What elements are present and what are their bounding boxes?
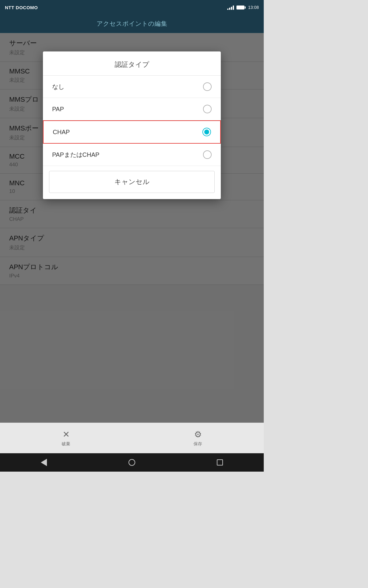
option-pap-label: PAP <box>52 106 64 113</box>
signal-icon <box>227 5 234 10</box>
content-wrapper: サーバー 未設定 MMSC 未設定 MMSプロ 未設定 MMSポー 未設定 MC… <box>0 33 264 423</box>
option-pap-or-chap-label: PAPまたはCHAP <box>52 151 99 159</box>
discard-action[interactable]: ✕ 破棄 <box>62 429 70 447</box>
dialog-overlay: 認証タイプ なし PAP CHAP PAPまたはCHAP <box>0 33 264 423</box>
time-display: 13:08 <box>248 5 259 10</box>
option-chap-label: CHAP <box>53 129 70 136</box>
home-icon <box>128 459 135 466</box>
nav-bar <box>0 453 264 472</box>
radio-pap[interactable] <box>203 105 212 113</box>
radio-chap-fill <box>204 130 209 134</box>
radio-none[interactable] <box>203 82 212 91</box>
bottom-bar: ✕ 破棄 ⚙ 保存 <box>0 423 264 453</box>
auth-type-dialog: 認証タイプ なし PAP CHAP PAPまたはCHAP <box>43 51 221 199</box>
back-icon <box>41 459 47 466</box>
status-right: 13:08 <box>227 5 259 10</box>
app-title: アクセスポイントの編集 <box>97 20 167 28</box>
battery-icon <box>236 6 246 9</box>
radio-chap[interactable] <box>202 128 211 136</box>
back-button[interactable] <box>35 456 53 469</box>
option-chap[interactable]: CHAP <box>43 120 221 144</box>
carrier-name: NTT DOCOMO <box>5 5 38 10</box>
option-pap[interactable]: PAP <box>43 98 221 120</box>
radio-pap-or-chap[interactable] <box>203 150 212 159</box>
recents-button[interactable] <box>211 456 229 469</box>
app-bar: アクセスポイントの編集 <box>0 15 264 33</box>
option-pap-or-chap[interactable]: PAPまたはCHAP <box>43 144 221 166</box>
option-none[interactable]: なし <box>43 76 221 98</box>
save-icon: ⚙ <box>194 429 202 439</box>
discard-icon: ✕ <box>63 429 70 439</box>
home-button[interactable] <box>123 456 141 469</box>
discard-label: 破棄 <box>62 441 70 447</box>
dialog-title: 認証タイプ <box>43 51 221 76</box>
recents-icon <box>217 459 223 466</box>
status-bar: NTT DOCOMO 13:08 <box>0 0 264 15</box>
option-none-label: なし <box>52 83 64 91</box>
cancel-button[interactable]: キャンセル <box>49 171 215 193</box>
save-label: 保存 <box>194 441 202 447</box>
save-action[interactable]: ⚙ 保存 <box>194 429 202 447</box>
